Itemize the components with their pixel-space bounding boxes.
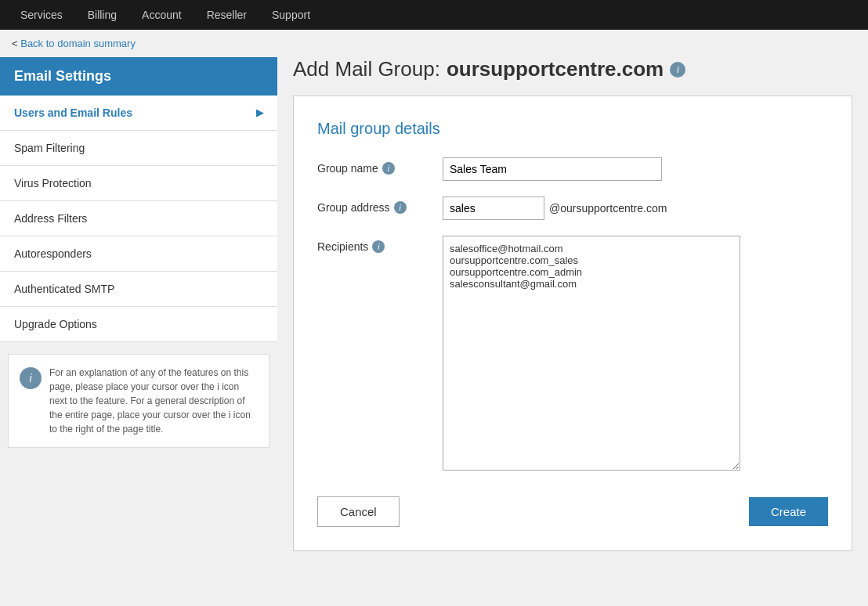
- sidebar-item-label: Users and Email Rules: [14, 106, 132, 119]
- breadcrumb-link[interactable]: Back to domain summary: [20, 38, 136, 49]
- sidebar-item-address-filters[interactable]: Address Filters: [0, 201, 277, 236]
- group-name-input[interactable]: [443, 157, 662, 181]
- group-address-input[interactable]: [443, 197, 544, 220]
- sidebar-item-users-email-rules[interactable]: Users and Email Rules ▶: [0, 96, 277, 131]
- form-actions: Cancel Create: [317, 496, 828, 527]
- cancel-button[interactable]: Cancel: [317, 496, 400, 527]
- nav-services[interactable]: Services: [8, 0, 75, 30]
- sidebar-item-virus-protection[interactable]: Virus Protection: [0, 166, 277, 201]
- create-button[interactable]: Create: [749, 497, 828, 526]
- top-nav: Services Billing Account Reseller Suppor…: [0, 0, 868, 30]
- main-layout: Email Settings Users and Email Rules ▶ S…: [0, 57, 868, 605]
- page-title-prefix: Add Mail Group:: [293, 57, 440, 81]
- sidebar-item-label: Upgrade Options: [14, 318, 97, 330]
- group-name-field: [443, 157, 828, 181]
- form-panel: Mail group details Group name i Group ad…: [293, 96, 852, 551]
- nav-account[interactable]: Account: [129, 0, 194, 30]
- sidebar-item-label: Autoresponders: [14, 247, 92, 260]
- group-address-row: Group address i @oursupportcentre.com: [317, 197, 828, 220]
- page-title-info-icon[interactable]: i: [670, 62, 685, 78]
- sidebar-item-spam-filtering[interactable]: Spam Filtering: [0, 131, 277, 166]
- sidebar-info-icon: i: [20, 367, 42, 389]
- sidebar-item-label: Spam Filtering: [14, 142, 85, 154]
- breadcrumb-prefix: <: [12, 38, 20, 49]
- sidebar-header: Email Settings: [0, 57, 277, 96]
- nav-billing[interactable]: Billing: [75, 0, 129, 30]
- page-title-domain: oursupportcentre.com: [447, 57, 664, 81]
- recipients-textarea[interactable]: salesoffice@hotmail.com oursupportcentre…: [443, 236, 740, 471]
- nav-reseller[interactable]: Reseller: [194, 0, 259, 30]
- recipients-field: salesoffice@hotmail.com oursupportcentre…: [443, 236, 828, 473]
- sidebar-item-autoresponders[interactable]: Autoresponders: [0, 236, 277, 272]
- sidebar-item-authenticated-smtp[interactable]: Authenticated SMTP: [0, 272, 277, 307]
- sidebar-info-box: i For an explanation of any of the featu…: [8, 354, 269, 448]
- recipients-row: Recipients i salesoffice@hotmail.com our…: [317, 236, 828, 473]
- nav-support[interactable]: Support: [259, 0, 323, 30]
- sidebar-item-label: Address Filters: [14, 212, 87, 225]
- main-content: Add Mail Group: oursupportcentre.com i M…: [277, 57, 868, 551]
- group-address-field: @oursupportcentre.com: [443, 197, 828, 220]
- sidebar-item-label: Virus Protection: [14, 177, 92, 189]
- sidebar-item-label: Authenticated SMTP: [14, 283, 114, 295]
- group-name-info-icon[interactable]: i: [382, 162, 395, 175]
- recipients-label: Recipients i: [317, 236, 443, 253]
- breadcrumb: < Back to domain summary: [0, 30, 868, 57]
- group-name-row: Group name i: [317, 157, 828, 181]
- group-address-domain-suffix: @oursupportcentre.com: [549, 202, 667, 215]
- chevron-right-icon: ▶: [256, 107, 263, 118]
- group-address-label: Group address i: [317, 197, 443, 214]
- page-title: Add Mail Group: oursupportcentre.com i: [293, 57, 852, 81]
- group-address-info-icon[interactable]: i: [394, 201, 407, 214]
- recipients-info-icon[interactable]: i: [372, 240, 385, 253]
- form-section-title: Mail group details: [317, 120, 828, 138]
- sidebar-info-text: For an explanation of any of the feature…: [49, 366, 258, 436]
- sidebar-item-upgrade-options[interactable]: Upgrade Options: [0, 307, 277, 342]
- group-name-label: Group name i: [317, 157, 443, 175]
- sidebar: Email Settings Users and Email Rules ▶ S…: [0, 57, 277, 590]
